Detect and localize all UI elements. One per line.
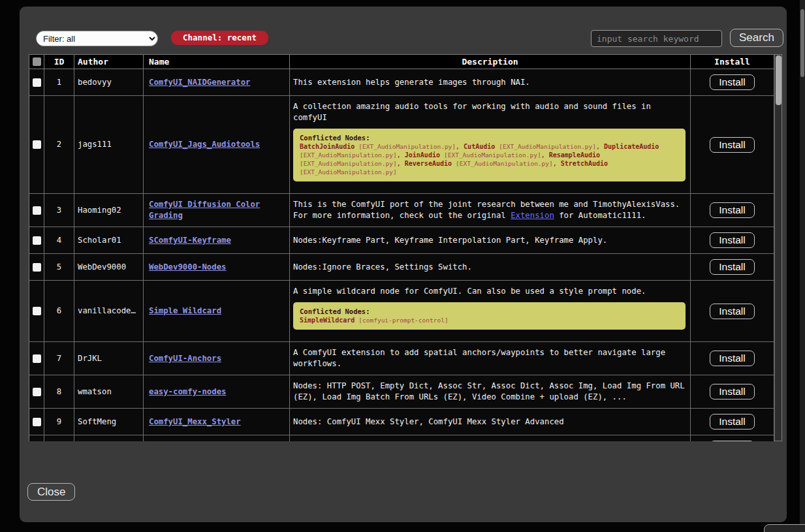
search-input[interactable] <box>591 30 722 47</box>
row-checkbox[interactable] <box>33 206 41 215</box>
row-author: Haoming02 <box>74 194 144 227</box>
row-select-cell <box>29 375 44 408</box>
description-link[interactable]: Extension <box>511 211 554 220</box>
close-button[interactable]: Close <box>27 483 75 501</box>
table-row: 1bedovyyComfyUI_NAIDGeneratorThis extens… <box>29 69 774 96</box>
node-name-link[interactable]: WebDev9000-Nodes <box>149 262 226 273</box>
node-name-link[interactable]: ComfyUI_Jags_Audiotools <box>149 139 260 150</box>
channel-badge: Channel: recent <box>171 31 268 45</box>
conflicted-nodes-title: Conflicted Nodes: <box>300 134 370 142</box>
row-install-cell: Install <box>691 96 774 193</box>
conflicted-node-source: [EXT_AudioManipulation.py] <box>300 151 397 159</box>
table-scrollbar-thumb[interactable] <box>776 55 781 105</box>
row-install-cell: Install <box>691 409 774 435</box>
row-author: wmatson <box>74 375 144 408</box>
custom-nodes-table: ID Author Name Description Install 1bedo… <box>29 54 782 441</box>
row-author: DrJKL <box>74 342 144 375</box>
row-checkbox[interactable] <box>33 263 41 272</box>
install-button[interactable]: Install <box>710 304 755 319</box>
row-install-cell: Install <box>691 281 774 341</box>
description-text: Nodes: HTTP POST, Empty Dict, Assoc Str,… <box>293 381 687 403</box>
row-name-cell: ComfyUI-Anchors <box>144 342 290 375</box>
description-text: Nodes:Keyframe Part, Keyframe Interpolat… <box>293 235 687 246</box>
conflicted-node-name: ResampleAudio <box>549 151 600 159</box>
header-name: Name <box>144 55 290 69</box>
node-name-link[interactable]: ComfyUI_NAIDGenerator <box>149 77 250 88</box>
row-description: A simple wildcard node for ComfyUI. Can … <box>290 281 691 341</box>
row-id: 2 <box>44 96 74 193</box>
install-button[interactable]: Install <box>710 351 755 366</box>
row-install-cell: Install <box>691 227 774 253</box>
row-select-cell <box>29 281 44 341</box>
partial-button[interactable] <box>764 524 805 532</box>
row-checkbox[interactable] <box>33 388 41 396</box>
row-install-cell: Install <box>691 254 774 280</box>
row-checkbox[interactable] <box>33 78 41 87</box>
conflicted-node-source: [EXT_AudioManipulation.py] <box>358 143 456 150</box>
conflicted-node-name: BatchJoinAudio <box>300 143 355 150</box>
header-description: Description <box>290 55 691 69</box>
row-name-cell: SComfyUI-Keyframe <box>144 227 290 253</box>
header-id: ID <box>44 55 74 69</box>
row-author: bedovyy <box>74 69 144 95</box>
row-description: Nodes: Yolov8Detection, Yolov8Segmentati… <box>290 435 691 441</box>
search-button[interactable]: Search <box>730 29 783 47</box>
row-description: This extension helps generate images thr… <box>290 69 691 95</box>
row-install-cell: Install <box>691 342 774 375</box>
filter-select[interactable]: Filter: all <box>36 31 158 46</box>
install-button[interactable]: Install <box>710 441 755 441</box>
table-row: 5WebDev9000WebDev9000-NodesNodes:Ignore … <box>29 254 774 281</box>
node-name-link[interactable]: ComfyUI_Mexx_Styler <box>149 416 241 428</box>
header-author: Author <box>74 55 144 69</box>
description-text: Nodes: ComfyUI Mexx Styler, ComfyUI Mexx… <box>293 416 687 428</box>
row-name-cell: easy-comfy-nodes <box>144 375 290 408</box>
conflicted-node-name: CutAudio <box>464 143 495 150</box>
page-scrollbar-thumb[interactable] <box>800 9 804 77</box>
row-select-cell <box>29 227 44 253</box>
node-name-link[interactable]: SComfyUI-Keyframe <box>149 235 231 246</box>
row-select-cell <box>29 435 44 441</box>
row-checkbox[interactable] <box>33 354 41 363</box>
node-name-link[interactable]: easy-comfy-nodes <box>149 386 226 398</box>
table-scrollbar[interactable] <box>774 55 781 441</box>
row-install-cell: Install <box>691 69 774 95</box>
row-description: A ComfyUI extension to add spatial ancho… <box>290 342 691 375</box>
select-all-checkbox[interactable] <box>33 57 41 66</box>
row-name-cell: ComfyUI Yolov8 <box>144 435 290 441</box>
install-button[interactable]: Install <box>710 137 755 153</box>
table-row: 3Haoming02ComfyUI Diffusion Color Gradin… <box>29 194 774 227</box>
row-author: WebDev9000 <box>74 254 144 280</box>
conflicted-nodes-box: Conflicted Nodes:SimpleWildcard [comfyui… <box>293 302 686 330</box>
install-button[interactable]: Install <box>710 259 755 275</box>
install-button[interactable]: Install <box>710 384 755 399</box>
row-description: Nodes:Ignore Braces, Settings Switch. <box>290 254 691 280</box>
page-scrollbar[interactable] <box>800 0 805 532</box>
table-header: ID Author Name Description Install <box>29 55 774 69</box>
install-button[interactable]: Install <box>710 74 755 90</box>
conflicted-node-source: [comfyui-prompt-control] <box>358 317 448 324</box>
install-button[interactable]: Install <box>710 202 755 218</box>
row-select-cell <box>29 69 44 95</box>
row-author: Scholar01 <box>74 227 144 253</box>
conflicted-nodes-title: Conflicted Nodes: <box>300 307 370 315</box>
row-install-cell: Install <box>691 435 774 441</box>
row-select-cell <box>29 96 44 193</box>
row-name-cell: ComfyUI_NAIDGenerator <box>144 69 290 95</box>
row-checkbox[interactable] <box>33 418 41 426</box>
description-text: This is the ComfyUI port of the joint re… <box>293 199 687 221</box>
row-select-cell <box>29 194 44 227</box>
row-checkbox[interactable] <box>33 140 41 149</box>
install-button[interactable]: Install <box>710 232 755 248</box>
row-install-cell: Install <box>691 194 774 227</box>
node-name-link[interactable]: Simple Wildcard <box>149 305 221 317</box>
row-checkbox[interactable] <box>33 307 41 315</box>
node-name-link[interactable]: ComfyUI Diffusion Color Grading <box>149 199 287 221</box>
row-description: Nodes: ComfyUI Mexx Styler, ComfyUI Mexx… <box>290 409 691 435</box>
row-checkbox[interactable] <box>33 236 41 245</box>
node-name-link[interactable]: ComfyUI-Anchors <box>149 353 221 364</box>
row-select-cell <box>29 254 44 280</box>
install-button[interactable]: Install <box>710 414 755 430</box>
row-description: This is the ComfyUI port of the joint re… <box>290 194 691 227</box>
row-author: jags111 <box>74 96 144 193</box>
row-author: zcfrank1st <box>74 435 144 441</box>
